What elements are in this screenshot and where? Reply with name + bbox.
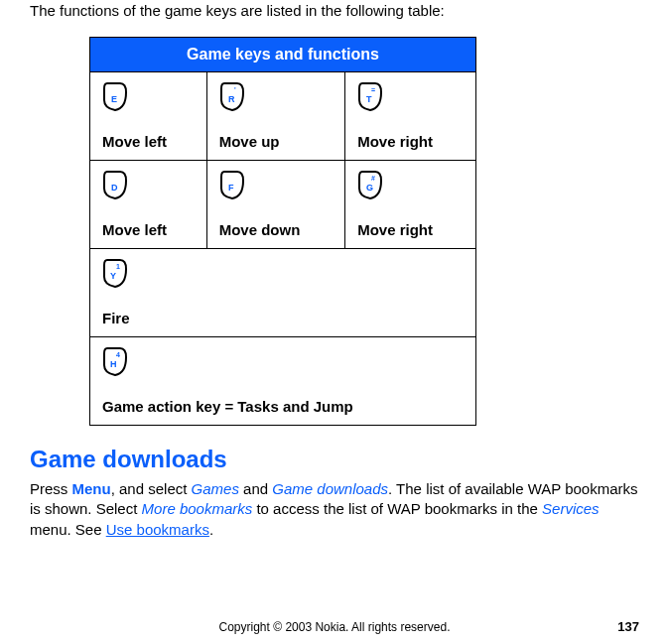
- table-header: Game keys and functions: [90, 38, 476, 72]
- text-fragment: Press: [30, 480, 72, 497]
- more-bookmarks-label: More bookmarks: [142, 500, 253, 517]
- key-icon: # G: [357, 171, 464, 203]
- svg-text:H: H: [110, 359, 117, 369]
- svg-text:F: F: [228, 183, 234, 193]
- text-fragment: menu. See: [30, 521, 106, 538]
- key-label: Move left: [102, 221, 167, 238]
- key-icon: D: [102, 171, 195, 203]
- key-cell-t: = T Move right: [345, 72, 476, 161]
- key-cell-r: ' R Move up: [206, 72, 344, 161]
- intro-text: The functions of the game keys are liste…: [30, 2, 639, 19]
- games-label: Games: [192, 480, 239, 497]
- key-label: Game action key = Tasks and Jump: [102, 398, 353, 415]
- key-cell-f: F Move down: [206, 161, 344, 249]
- page-number: 137: [617, 619, 639, 634]
- key-label: Move down: [219, 221, 301, 238]
- key-cell-d: D Move left: [90, 161, 207, 249]
- services-label: Services: [542, 500, 600, 517]
- key-cell-e: E Move left: [90, 72, 207, 161]
- svg-text:D: D: [111, 183, 118, 193]
- text-fragment: and: [239, 480, 272, 497]
- use-bookmarks-link[interactable]: Use bookmarks: [106, 521, 209, 538]
- key-icon: 1 Y: [102, 259, 464, 292]
- svg-text:4: 4: [116, 351, 120, 358]
- game-downloads-paragraph: Press Menu, and select Games and Game do…: [30, 479, 639, 540]
- key-icon: = T: [357, 82, 464, 115]
- key-label: Fire: [102, 310, 130, 326]
- text-fragment: to access the list of WAP bookmarks in t…: [252, 500, 542, 517]
- key-label: Move up: [219, 133, 280, 150]
- svg-text:Y: Y: [110, 271, 116, 281]
- svg-text:G: G: [366, 183, 373, 193]
- svg-text:#: #: [371, 175, 375, 182]
- table-row: E Move left ' R Move up = T: [90, 72, 476, 161]
- key-icon: ' R: [219, 82, 333, 115]
- svg-text:T: T: [366, 94, 372, 104]
- key-cell-h: 4 H Game action key = Tasks and Jump: [90, 337, 476, 426]
- key-icon: 4 H: [102, 347, 464, 380]
- key-icon: E: [102, 82, 195, 115]
- footer-copyright: Copyright © 2003 Nokia. All rights reser…: [0, 620, 669, 634]
- key-cell-y: 1 Y Fire: [90, 249, 476, 337]
- key-cell-g: # G Move right: [345, 161, 476, 249]
- game-keys-table: Game keys and functions E Move left ' R …: [89, 37, 476, 426]
- key-label: Move right: [357, 221, 433, 238]
- svg-text:1: 1: [116, 263, 120, 270]
- svg-text:E: E: [111, 94, 117, 104]
- text-fragment: , and select: [111, 480, 192, 497]
- text-fragment: .: [209, 521, 213, 538]
- key-label: Move right: [357, 133, 433, 150]
- table-row: 4 H Game action key = Tasks and Jump: [90, 337, 476, 426]
- key-icon: F: [219, 171, 333, 203]
- table-row: D Move left F Move down # G Mo: [90, 161, 476, 249]
- svg-text:=: =: [371, 86, 375, 93]
- game-downloads-label: Game downloads: [272, 480, 388, 497]
- svg-text:R: R: [228, 94, 235, 104]
- table-row: 1 Y Fire: [90, 249, 476, 337]
- section-heading-game-downloads: Game downloads: [30, 446, 639, 473]
- key-label: Move left: [102, 133, 167, 150]
- menu-label: Menu: [72, 480, 111, 497]
